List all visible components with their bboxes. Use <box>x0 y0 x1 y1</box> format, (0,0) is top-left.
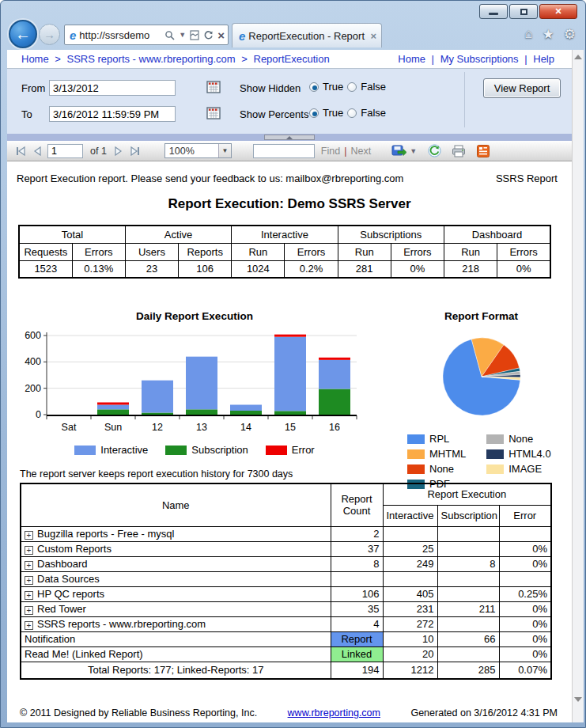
row-name-cell: +Bugzilla reports - Free - mysql <box>21 526 331 541</box>
from-date-input[interactable] <box>49 80 176 96</box>
expand-icon[interactable]: + <box>25 621 33 630</box>
find-button[interactable]: Find <box>321 146 340 157</box>
scroll-up-icon[interactable] <box>574 55 582 59</box>
browser-tab[interactable]: e ReportExecution - Report ... × <box>232 23 382 47</box>
minimize-button[interactable] <box>479 4 508 19</box>
footer-link[interactable]: www.rbreporting.com <box>288 707 380 719</box>
bar-chart-title: Daily Report Execution <box>17 310 372 326</box>
last-page-button[interactable] <box>130 146 141 156</box>
zoom-select[interactable]: 100% ▼ <box>164 143 232 158</box>
close-icon: ✕ <box>554 6 561 17</box>
print-icon[interactable] <box>452 145 466 157</box>
scroll-down-icon[interactable] <box>574 697 582 702</box>
row-name: Bugzilla reports - Free - mysql <box>37 528 174 540</box>
restore-button[interactable] <box>509 4 538 19</box>
favorites-star-icon[interactable]: ★ <box>543 26 554 43</box>
zoom-value: 100% <box>165 146 218 157</box>
address-dropdown-icon[interactable]: ▼ <box>179 31 186 39</box>
stop-icon[interactable]: × <box>217 29 225 41</box>
forward-arrow-icon: → <box>43 28 55 41</box>
breadcrumb-folder-link[interactable]: SSRS reports - www.rbreporting.com <box>67 53 236 65</box>
row-name-cell: Notification <box>21 631 331 646</box>
refresh-report-button[interactable] <box>428 144 441 157</box>
vertical-scrollbar[interactable] <box>572 50 584 722</box>
first-page-button[interactable] <box>15 146 26 156</box>
row-name: Notification <box>25 633 75 645</box>
row-subscription-cell <box>437 586 499 601</box>
bar-segment-subscription <box>142 413 173 415</box>
bar-segment-subscription <box>274 411 306 415</box>
summary-col-header: Errors <box>391 243 444 260</box>
next-button[interactable]: Next <box>350 146 371 157</box>
bar-segment-subscription <box>319 389 350 415</box>
close-button[interactable]: ✕ <box>539 4 577 19</box>
row-subscription-cell <box>437 526 499 541</box>
refresh-icon[interactable] <box>203 30 214 40</box>
to-date-input[interactable] <box>49 106 176 122</box>
search-icon[interactable] <box>164 30 175 40</box>
show-percents-false-radio[interactable] <box>347 108 357 118</box>
back-button[interactable]: ← <box>9 20 37 48</box>
find-input[interactable] <box>253 144 315 158</box>
bar-segment-error <box>319 358 350 360</box>
summary-col-header: Errors <box>285 243 338 260</box>
breadcrumb-separator: > <box>241 53 248 65</box>
row-count-cell: 2 <box>331 526 383 541</box>
export-button[interactable] <box>391 145 406 157</box>
settings-gear-icon[interactable]: ⚙ <box>564 26 576 43</box>
params-splitter[interactable] <box>7 134 572 141</box>
total-label-cell: Total Reports: 177; Linked-Reports: 17 <box>21 662 331 679</box>
data-feed-icon[interactable] <box>477 145 490 157</box>
compatibility-view-icon[interactable] <box>190 30 199 40</box>
summary-value: 0.13% <box>72 260 125 278</box>
expand-icon[interactable]: + <box>25 591 33 600</box>
expand-icon[interactable]: + <box>25 606 33 615</box>
tab-close-icon[interactable]: × <box>370 30 376 42</box>
forward-button[interactable]: → <box>39 24 60 45</box>
row-interactive-cell: 272 <box>383 616 437 631</box>
summary-value: 0% <box>497 260 550 278</box>
address-bar[interactable]: e http://ssrsdemo ▼ × <box>64 25 229 45</box>
next-page-button[interactable] <box>115 146 123 156</box>
from-calendar-icon[interactable] <box>206 81 221 93</box>
row-name-cell: Read Me! (Linked Report) <box>21 646 331 662</box>
y-tick-label: 200 <box>25 383 41 394</box>
expand-icon[interactable]: + <box>25 546 33 555</box>
legend-swatch <box>407 449 425 459</box>
report-title: Report Execution: Demo SSRS Server <box>7 196 572 212</box>
collapse-arrow-icon <box>286 136 293 139</box>
report-execution-header: Report Execution <box>383 483 551 505</box>
export-dropdown-icon[interactable]: ▼ <box>410 147 417 155</box>
show-hidden-label: Show Hidden <box>240 82 301 94</box>
bar-segment-subscription <box>186 409 217 415</box>
row-error-cell <box>499 571 551 586</box>
previous-page-button[interactable] <box>33 146 41 156</box>
home-icon[interactable]: ⌂ <box>524 26 532 43</box>
ie-logo-icon: e <box>70 28 76 42</box>
my-subscriptions-link[interactable]: My Subscriptions <box>440 53 519 65</box>
home-link[interactable]: Home <box>398 53 425 65</box>
row-subscription-cell: 8 <box>437 556 499 571</box>
page-number-input[interactable] <box>47 144 83 158</box>
row-count-cell: 8 <box>331 556 383 571</box>
summary-value: 218 <box>444 260 497 278</box>
show-hidden-true-radio[interactable] <box>309 82 319 92</box>
expand-icon[interactable]: + <box>25 561 33 570</box>
view-report-button[interactable]: View Report <box>483 78 561 98</box>
table-row: +Custom Reports37250% <box>21 541 551 556</box>
true-label: True <box>323 81 343 93</box>
summary-value: 0.2% <box>285 260 338 278</box>
summary-col-header: Run <box>444 243 497 260</box>
show-hidden-false-radio[interactable] <box>347 82 357 92</box>
report-type-label: SSRS Report <box>496 173 558 184</box>
legend-item: None <box>407 461 466 476</box>
help-link[interactable]: Help <box>533 53 554 65</box>
breadcrumb-home-link[interactable]: Home <box>21 53 49 65</box>
summary-col-header: Run <box>232 243 285 260</box>
show-percents-true-radio[interactable] <box>309 108 319 118</box>
type-badge-report: Report <box>331 631 383 646</box>
to-calendar-icon[interactable] <box>206 107 221 119</box>
expand-icon[interactable]: + <box>25 576 33 585</box>
expand-icon[interactable]: + <box>25 531 33 540</box>
splitter-collapse-handle[interactable] <box>264 135 315 140</box>
